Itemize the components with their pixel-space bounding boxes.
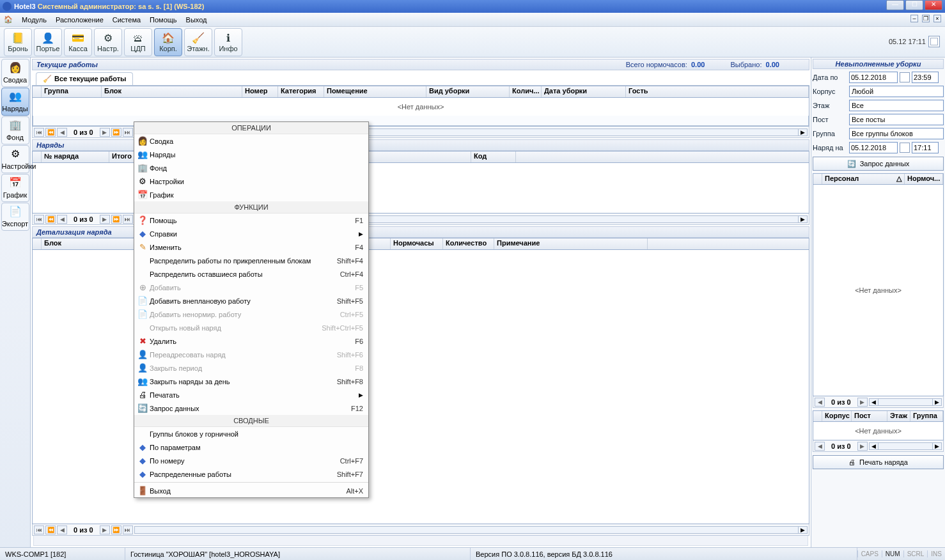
cm-groups-maid[interactable]: Группы блоков у горничной [134,427,368,440]
col-note[interactable]: Примечание [494,238,648,249]
tb-porter[interactable]: 👤Портье [34,28,62,56]
input-order-time[interactable] [912,142,939,153]
cm-distribute-attached[interactable]: Распределить работы по прикрепленным бло… [134,254,368,267]
calendar-icon[interactable] [900,72,910,82]
col-group[interactable]: Группа [910,411,943,421]
select-group[interactable]: Все группы блоков [849,128,944,139]
select-corpus[interactable]: Любой [849,86,944,97]
print-order-button[interactable]: 🖨Печать наряда [813,455,944,469]
row-selector[interactable] [33,238,42,249]
menu-module[interactable]: Модуль [22,16,47,24]
cm-distributed[interactable]: ◆Распределенные работыShift+F7 [134,467,368,481]
cm-edit[interactable]: ✎ИзменитьF4 [134,240,368,254]
col-group[interactable]: Группа [42,86,102,97]
nav-last[interactable]: ⏭ [123,215,133,224]
cm-by-params[interactable]: ◆По параметрам [134,440,368,454]
col-date[interactable]: Дата уборки [542,86,626,97]
tb-corp[interactable]: 🏠Корп. [154,28,182,56]
nav-next[interactable]: ▶ [100,525,110,534]
cm-help[interactable]: ❓ПомощьF1 [134,214,368,227]
tb-cdp[interactable]: 🛎ЦДП [124,28,152,56]
col-qty[interactable]: Количество [443,238,494,249]
col-room[interactable]: Помещение [324,86,426,97]
menu-exit[interactable]: Выход [186,16,207,24]
menu-help[interactable]: Помощь [150,16,177,24]
cm-close-day[interactable]: 👥Закрыть наряды за деньShift+F8 [134,375,368,388]
nav-last[interactable]: ⏭ [123,525,133,534]
nav-nextpage[interactable]: ⏩ [111,128,121,137]
calendar-icon[interactable] [900,143,910,153]
nav-prev[interactable]: ◀ [57,525,67,534]
nav-first[interactable]: ⏮ [34,215,44,224]
h-scrollbar[interactable]: ◀▶ [869,442,942,450]
tb-kassa[interactable]: 💳Касса [64,28,92,56]
cm-summary[interactable]: 👩Сводка [134,134,368,148]
nav-prevpage[interactable]: ⏪ [45,128,56,137]
nav-next[interactable]: ▶ [857,442,868,451]
input-order-date[interactable] [849,142,898,153]
cm-schedule[interactable]: 📅График [134,188,368,201]
cm-delete[interactable]: ✖УдалитьF6 [134,334,368,348]
col-number[interactable]: Номер [242,86,278,97]
col-post[interactable]: Пост [852,411,887,421]
nav-nextpage[interactable]: ⏩ [111,525,121,534]
col-personnel[interactable]: Персонал △ [822,174,905,184]
close-button[interactable]: ✕ [925,0,942,10]
home-icon[interactable]: 🏠 [4,15,13,24]
nav-prev[interactable]: ◀ [815,398,825,407]
cm-by-number[interactable]: ◆По номеруCtrl+F7 [134,454,368,467]
nav-prev[interactable]: ◀ [815,442,825,451]
tb-bron[interactable]: 📒Бронь [4,28,32,56]
grid-current[interactable]: Группа Блок Номер Категория Помещение Ви… [32,86,809,127]
col-hours[interactable]: Нормочасы [391,238,443,249]
menu-layout[interactable]: Расположение [56,16,104,24]
h-scrollbar[interactable]: ◀▶ [869,398,942,406]
tb-floor[interactable]: 🧹Этажн. [184,28,212,56]
input-time-to[interactable] [912,72,939,83]
col-guest[interactable]: Гость [626,86,809,97]
col-code[interactable]: Код [471,152,516,162]
cm-request[interactable]: 🔄Запрос данныхF12 [134,401,368,415]
col-cleaning[interactable]: Вид уборки [426,86,510,97]
sb-settings[interactable]: ⚙Настройки [1,145,29,173]
nav-prev[interactable]: ◀ [57,128,67,137]
menu-system[interactable]: Система [113,16,141,24]
row-selector[interactable] [33,152,42,162]
cm-fund[interactable]: 🏢Фонд [134,161,368,175]
cm-exit[interactable]: 🚪ВыходAlt+X [134,484,368,497]
child-minimize-button[interactable]: – [910,15,918,22]
sb-orders[interactable]: 👥Наряды [1,88,29,116]
h-scrollbar[interactable]: ▶ [134,526,808,534]
col-floor[interactable]: Этаж [887,411,910,421]
col-order-no[interactable]: № наряда [42,152,109,162]
child-close-button[interactable]: × [933,15,941,22]
nav-first[interactable]: ⏮ [34,128,44,137]
nav-last[interactable]: ⏭ [123,128,133,137]
cm-add-unplanned[interactable]: 📄Добавить внеплановую работуShift+F5 [134,294,368,307]
maximize-button[interactable]: ☐ [905,0,923,10]
sb-schedule[interactable]: 📅График [1,174,29,202]
nav-prevpage[interactable]: ⏪ [45,525,56,534]
nav-next[interactable]: ▶ [100,128,110,137]
nav-nextpage[interactable]: ⏩ [111,215,121,224]
calendar-icon[interactable] [928,36,940,47]
tab-all-current[interactable]: 🧹Все текущие работы [36,72,133,85]
col-category[interactable]: Категория [278,86,324,97]
tb-info[interactable]: ℹИнфо [214,28,242,56]
row-selector[interactable] [33,86,42,97]
cm-distribute-rest[interactable]: Распределить оставшиеся работыCtrl+F4 [134,267,368,281]
nav-next[interactable]: ▶ [857,398,868,407]
minimize-button[interactable]: — [886,0,904,10]
nav-first[interactable]: ⏮ [34,525,44,534]
col-hours[interactable]: Нормоч... [905,174,943,184]
cm-settings[interactable]: ⚙Настройки [134,175,368,188]
child-restore-button[interactable]: ❐ [922,15,930,22]
col-corpus[interactable]: Корпус [822,411,852,421]
sb-export[interactable]: 📄Экспорт [1,203,29,231]
tb-settings[interactable]: ⚙Настр. [94,28,122,56]
select-post[interactable]: Все посты [849,114,944,125]
nav-prevpage[interactable]: ⏪ [45,215,56,224]
cm-print[interactable]: 🖨Печатать▶ [134,388,368,401]
request-data-button[interactable]: 🔄Запрос данных [813,157,944,171]
col-qty[interactable]: Колич... [510,86,542,97]
